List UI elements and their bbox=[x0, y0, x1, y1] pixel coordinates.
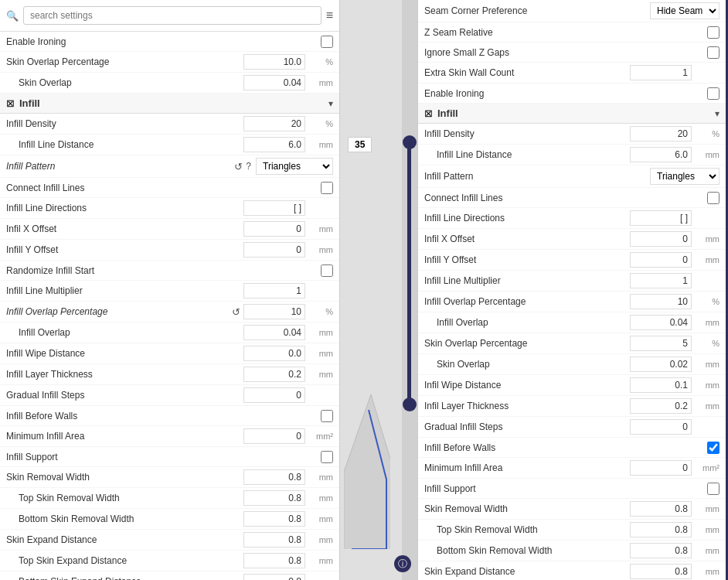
select-infill-pattern[interactable]: Triangles Grid Lines bbox=[256, 158, 333, 175]
right-input-gradual-infill[interactable] bbox=[630, 419, 692, 435]
reset-infill-overlap-icon[interactable]: ↺ bbox=[232, 306, 240, 318]
label-infill-dir: Infill Line Directions bbox=[6, 203, 243, 213]
input-infill-mult[interactable] bbox=[243, 283, 305, 299]
input-skin-removal-width[interactable] bbox=[243, 469, 305, 485]
setting-row-infill-dir: Infill Line Directions bbox=[0, 198, 339, 219]
right-input-infill-mult[interactable] bbox=[630, 273, 692, 288]
right-input-infil-wipe[interactable] bbox=[630, 377, 692, 393]
input-infill-density[interactable] bbox=[243, 116, 305, 131]
right-select-seam-corner[interactable]: Hide Seam Expose Seam bbox=[650, 2, 719, 19]
right-checkbox-connect-infill[interactable] bbox=[707, 192, 719, 204]
label-infill-mult: Infill Line Multiplier bbox=[6, 285, 243, 296]
input-infill-layer-thick[interactable] bbox=[243, 367, 305, 382]
right-input-infill-overlap[interactable] bbox=[630, 315, 692, 330]
slider-value: 35 bbox=[348, 137, 372, 152]
label-enable-ironing: Enable Ironing bbox=[6, 36, 321, 47]
input-infill-line-dist[interactable] bbox=[243, 137, 305, 152]
input-skin-expand-dist[interactable] bbox=[243, 532, 305, 548]
setting-row-top-skin-removal: Top Skin Removal Width mm bbox=[0, 488, 339, 509]
right-label-infill-mult: Infill Line Multiplier bbox=[424, 275, 630, 286]
input-top-skin-expand[interactable] bbox=[243, 553, 305, 568]
label-skin-overlap-pct: Skin Overlap Percentage bbox=[6, 56, 243, 67]
right-input-skin-overlap[interactable] bbox=[630, 357, 692, 372]
right-input-extra-skin-wall[interactable] bbox=[630, 65, 692, 80]
setting-row-infill-y-offset: Infill Y Offset mm bbox=[0, 240, 339, 261]
right-select-infill-pattern[interactable]: Triangles Grid Lines bbox=[650, 168, 719, 185]
right-input-min-infill-area[interactable] bbox=[630, 460, 692, 476]
right-checkbox-infill-support[interactable] bbox=[707, 483, 719, 495]
right-input-infill-y[interactable] bbox=[630, 252, 692, 268]
label-min-infill-area: Minimum Infill Area bbox=[6, 431, 243, 442]
menu-icon[interactable]: ≡ bbox=[326, 9, 333, 22]
label-skin-expand-dist: Skin Expand Distance bbox=[6, 534, 243, 545]
right-setting-row-infill-pattern: Infill Pattern Triangles Grid Lines bbox=[418, 165, 726, 188]
right-input-infill-line-dist[interactable] bbox=[630, 147, 692, 162]
input-infill-overlap-pct[interactable] bbox=[243, 304, 305, 319]
right-setting-row-infil-wipe: Infil Wipe Distance mm bbox=[418, 375, 726, 396]
right-checkbox-ignore-z-gaps[interactable] bbox=[707, 46, 719, 59]
input-gradual-infill[interactable] bbox=[243, 387, 305, 403]
right-input-skin-expand-dist[interactable] bbox=[630, 564, 692, 579]
input-skin-overlap[interactable] bbox=[243, 75, 305, 90]
right-label-skin-overlap: Skin Overlap bbox=[424, 359, 630, 370]
input-top-skin-removal[interactable] bbox=[243, 490, 305, 506]
input-skin-overlap-pct[interactable] bbox=[243, 54, 305, 70]
right-input-bot-skin-removal[interactable] bbox=[630, 543, 692, 558]
right-label-skin-removal-width: Skin Removal Width bbox=[424, 503, 630, 514]
right-input-infil-layer-thick[interactable] bbox=[630, 398, 692, 414]
right-setting-row-infill-support: Infill Support bbox=[418, 479, 726, 499]
setting-row-infill-mult: Infill Line Multiplier bbox=[0, 281, 339, 302]
right-setting-row-infill-overlap-pct: Infill Overlap Percentage % bbox=[418, 292, 726, 312]
right-setting-row-infill-before-walls: Infill Before Walls bbox=[418, 438, 726, 458]
right-unit-min-infill-area: mm² bbox=[692, 463, 719, 473]
setting-row-randomize-infill: Randomize Infill Start bbox=[0, 261, 339, 281]
section-header-infill[interactable]: ⊠ Infill ▾ bbox=[0, 94, 339, 114]
input-infill-x-offset[interactable] bbox=[243, 221, 305, 237]
input-infill-dir[interactable] bbox=[243, 200, 305, 216]
input-bot-skin-expand[interactable] bbox=[243, 574, 305, 580]
right-setting-row-infill-overlap: Infill Overlap mm bbox=[418, 312, 726, 333]
checkbox-enable-ironing[interactable] bbox=[321, 36, 333, 48]
right-setting-row-skin-removal-width: Skin Removal Width mm bbox=[418, 499, 726, 520]
checkbox-connect-infill[interactable] bbox=[321, 182, 333, 194]
search-input[interactable] bbox=[23, 6, 321, 25]
right-label-top-skin-removal: Top Skin Removal Width bbox=[424, 524, 630, 535]
input-infill-wipe[interactable] bbox=[243, 346, 305, 361]
right-setting-row-skin-overlap-pct: Skin Overlap Percentage % bbox=[418, 333, 726, 354]
right-label-infill-overlap-pct: Infill Overlap Percentage bbox=[424, 296, 630, 307]
input-infill-overlap[interactable] bbox=[243, 325, 305, 340]
right-label-seam-corner: Seam Corner Preference bbox=[424, 5, 650, 16]
info-button[interactable]: ⓘ bbox=[394, 555, 411, 572]
slider-line bbox=[407, 142, 411, 405]
right-checkbox-enable-ironing[interactable] bbox=[707, 87, 719, 100]
slider-thumb-bottom[interactable] bbox=[403, 397, 417, 411]
slider-track[interactable] bbox=[402, 0, 417, 580]
right-setting-row-min-infill-area: Minimum Infill Area mm² bbox=[418, 458, 726, 479]
input-bot-skin-removal[interactable] bbox=[243, 511, 305, 527]
help-infill-pattern-icon[interactable]: ? bbox=[246, 161, 251, 172]
right-unit-skin-expand-dist: mm bbox=[692, 567, 719, 576]
right-unit-skin-overlap-pct: % bbox=[692, 339, 719, 348]
right-checkbox-infill-before-walls[interactable] bbox=[707, 442, 719, 454]
right-input-infill-overlap-pct[interactable] bbox=[630, 294, 692, 309]
right-input-infill-density[interactable] bbox=[630, 126, 692, 142]
checkbox-infill-support[interactable] bbox=[321, 451, 333, 463]
right-input-infill-dir[interactable] bbox=[630, 210, 692, 226]
right-input-skin-removal-width[interactable] bbox=[630, 501, 692, 517]
right-checkbox-z-seam-rel[interactable] bbox=[707, 26, 719, 39]
setting-row-bot-skin-expand: Bottom Skin Expand Distance mm bbox=[0, 571, 339, 580]
reset-infill-pattern-icon[interactable]: ↺ bbox=[234, 161, 243, 172]
checkbox-infill-before-walls[interactable] bbox=[321, 410, 333, 422]
checkbox-randomize-infill[interactable] bbox=[321, 264, 333, 277]
unit-top-skin-expand: mm bbox=[305, 556, 333, 565]
input-min-infill-area[interactable] bbox=[243, 428, 305, 444]
right-input-skin-overlap-pct[interactable] bbox=[630, 336, 692, 351]
right-section-header-infill[interactable]: ⊠ Infill ▾ bbox=[418, 104, 726, 124]
right-input-top-skin-removal[interactable] bbox=[630, 522, 692, 537]
input-infill-y-offset[interactable] bbox=[243, 242, 305, 258]
label-gradual-infill: Gradual Infill Steps bbox=[6, 390, 243, 401]
right-input-infill-x[interactable] bbox=[630, 231, 692, 247]
right-unit-infill-overlap-pct: % bbox=[692, 297, 719, 306]
infill-section-icon: ⊠ bbox=[6, 97, 15, 109]
right-setting-row-ignore-z-gaps: Ignore Small Z Gaps bbox=[418, 43, 726, 63]
